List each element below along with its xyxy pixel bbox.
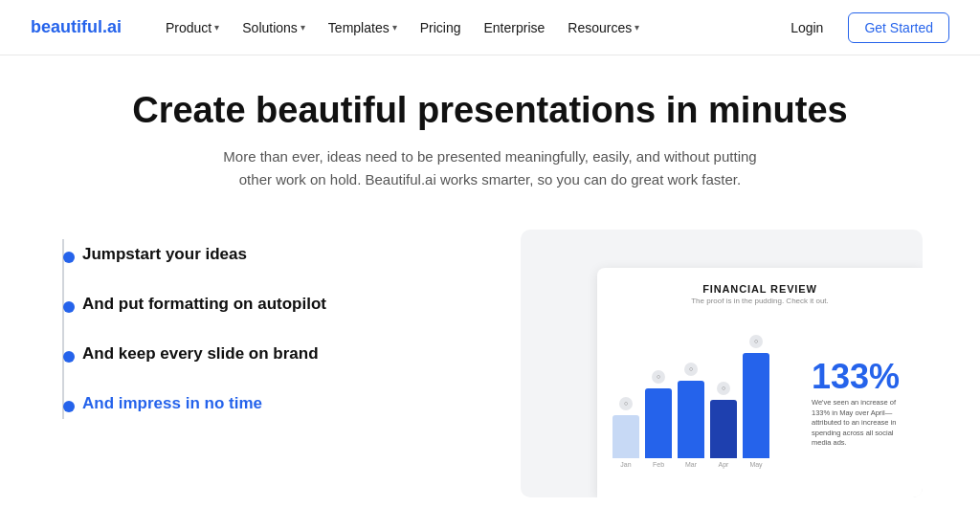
chevron-down-icon: ▾ [301,22,305,33]
nav-item-enterprise[interactable]: Enterprise [474,14,554,41]
preview-card: FINANCIAL REVIEW The proof is in the pud… [521,230,923,497]
bar-group: ○Apr [710,382,737,468]
get-started-button[interactable]: Get Started [848,12,949,43]
bar-label: May [749,461,762,468]
bar-group: ○Feb [645,370,672,468]
slide-subtitle: The proof is in the pudding. Check it ou… [612,297,907,305]
bar [645,388,672,458]
content-area: Jumpstart your ideasAnd put formatting o… [0,210,980,497]
nav-item-resources[interactable]: Resources▾ [558,14,649,41]
bar [710,400,737,458]
feature-dot [63,301,75,313]
bar-label: Mar [685,461,697,468]
login-button[interactable]: Login [777,13,836,42]
slide-title: FINANCIAL REVIEW [612,283,907,295]
feature-label: And put formatting on autopilot [77,295,326,314]
bar-label: Apr [719,461,729,468]
bar-label: Feb [653,461,664,468]
slide-content: ○Jan○Feb○Mar○Apr○May 133% We've seen an … [612,315,907,468]
bar-group: ○Mar [678,363,704,468]
nav-item-solutions[interactable]: Solutions▾ [233,14,315,41]
chevron-down-icon: ▾ [392,22,397,33]
feature-item[interactable]: And keep every slide on brand [77,329,482,379]
nav-item-pricing[interactable]: Pricing [411,14,471,41]
chevron-down-icon: ▾ [214,22,219,33]
navbar: beautiful.ai Product▾Solutions▾Templates… [0,0,980,55]
nav-item-templates[interactable]: Templates▾ [319,14,407,41]
bar [612,415,639,458]
stat-value: 133% [812,360,907,394]
stat-area: 133% We've seen an increase of 133% in M… [812,360,907,468]
hero-title: Create beautiful presentations in minute… [31,90,949,132]
feature-item[interactable]: And impress in no time [77,379,482,429]
feature-dot [63,401,75,412]
logo-text-accent: .ai [102,17,122,36]
bar-group: ○Jan [612,397,639,468]
chevron-down-icon: ▾ [635,22,639,33]
bar-icon: ○ [619,397,633,410]
hero-section: Create beautiful presentations in minute… [0,55,980,210]
bar-label: Jan [620,461,631,468]
bar [743,353,769,458]
bar-group: ○May [743,335,769,468]
bar-icon: ○ [749,335,763,348]
feature-list: Jumpstart your ideasAnd put formatting o… [57,230,482,429]
bar-icon: ○ [684,363,698,376]
bars-area: ○Jan○Feb○Mar○Apr○May [612,315,800,468]
nav-links: Product▾Solutions▾Templates▾PricingEnter… [156,14,777,41]
feature-dot [63,351,75,363]
bar [678,381,704,458]
logo[interactable]: beautiful.ai [31,17,122,37]
bar-icon: ○ [652,370,665,384]
logo-text-main: beautiful [31,17,102,36]
feature-label: Jumpstart your ideas [77,245,247,264]
stat-description: We've seen an increase of 133% in May ov… [812,398,907,449]
slide-inner: FINANCIAL REVIEW The proof is in the pud… [597,268,923,497]
feature-label: And impress in no time [77,394,262,413]
bar-icon: ○ [717,382,730,395]
feature-item[interactable]: Jumpstart your ideas [77,230,482,279]
nav-actions: Login Get Started [777,12,949,43]
feature-dot [63,252,75,263]
feature-item[interactable]: And put formatting on autopilot [77,279,482,329]
nav-item-product[interactable]: Product▾ [156,14,229,41]
hero-subtitle: More than ever, ideas need to be present… [222,145,758,191]
feature-label: And keep every slide on brand [77,344,319,364]
